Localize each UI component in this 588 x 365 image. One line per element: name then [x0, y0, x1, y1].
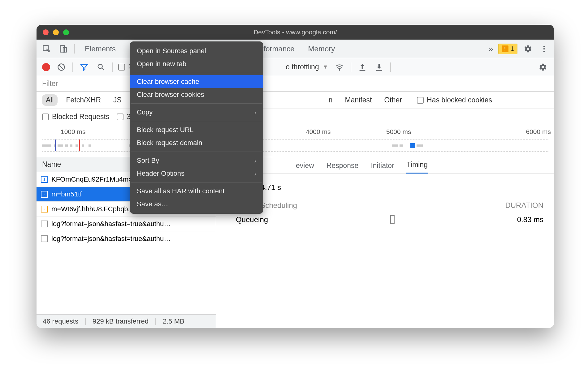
type-chip-n[interactable]: n: [325, 94, 336, 106]
clear-icon[interactable]: [56, 62, 67, 73]
window-titlebar: DevTools - www.google.com/: [37, 25, 554, 40]
file-icon: ◦: [41, 191, 48, 198]
timing-started-label: Started at 4.71 s: [227, 183, 543, 192]
blocked-row: Blocked Requests 3rd-: [37, 109, 554, 125]
window-close-button[interactable]: [43, 29, 49, 35]
svg-point-3: [543, 45, 545, 47]
chevron-down-icon: ▼: [323, 64, 328, 70]
checkbox-icon: [417, 97, 424, 104]
filter-input[interactable]: Filter: [42, 79, 58, 88]
network-toolbar: Pre o throttling ▼: [37, 58, 554, 76]
tab-elements[interactable]: Elements: [84, 42, 117, 56]
record-button[interactable]: [42, 63, 50, 71]
inspect-icon[interactable]: [41, 43, 52, 54]
type-filter-row: All Fetch/XHR JS CSS Im n Manifest Other…: [37, 92, 554, 109]
status-transferred: 929 kB transferred: [93, 317, 149, 325]
type-chip-manifest[interactable]: Manifest: [341, 94, 376, 106]
separator: [74, 44, 75, 54]
queueing-bar: [390, 215, 395, 224]
throttling-label: o throttling: [286, 63, 319, 71]
tab-memory[interactable]: Memory: [307, 42, 336, 56]
checkbox-icon: [117, 114, 123, 120]
svg-line-9: [102, 68, 104, 70]
kebab-menu-icon[interactable]: [538, 43, 550, 54]
menu-save-har[interactable]: Save all as HAR with content: [130, 185, 263, 198]
status-requests: 46 requests: [43, 317, 78, 325]
chevron-right-icon: ›: [254, 170, 256, 177]
filter-icon[interactable]: [79, 62, 90, 73]
menu-separator: [131, 121, 262, 121]
timeline-tick: 6000 ms: [526, 128, 551, 135]
queueing-value: 0.83 ms: [517, 215, 543, 224]
chevron-right-icon: ›: [254, 157, 256, 164]
settings-icon[interactable]: [522, 43, 534, 54]
main-tabbar: Elements Console Sources Network Perform…: [37, 40, 554, 58]
blocked-requests-label: Blocked Requests: [52, 113, 109, 121]
svg-rect-1: [60, 45, 65, 52]
search-icon[interactable]: [95, 62, 106, 73]
status-size: 2.5 MB: [163, 317, 184, 325]
detail-tab-timing[interactable]: Timing: [406, 157, 428, 174]
has-blocked-cookies-label: Has blocked cookies: [427, 96, 492, 104]
warning-icon: !: [502, 45, 508, 52]
type-chip-all[interactable]: All: [42, 94, 58, 106]
type-chip-js[interactable]: JS: [110, 94, 125, 106]
window-maximize-button[interactable]: [63, 29, 69, 35]
window-minimize-button[interactable]: [53, 29, 59, 35]
timeline-tick: 1000 ms: [61, 128, 86, 135]
request-name: KFOmCnqEu92Fr1Mu4mxK: [51, 175, 136, 183]
request-row[interactable]: log?format=json&hasfast=true&authu…: [37, 217, 216, 231]
menu-open-new-tab[interactable]: Open in new tab: [130, 58, 263, 71]
timeline-overview[interactable]: 1000 ms 4000 ms 5000 ms 6000 ms: [37, 125, 554, 157]
detail-tab-initiator[interactable]: Initiator: [370, 158, 395, 174]
timeline-tick: 4000 ms: [306, 128, 331, 135]
svg-line-7: [59, 65, 63, 69]
upload-icon[interactable]: [357, 62, 368, 73]
separator: [351, 62, 351, 72]
menu-separator: [131, 73, 262, 73]
type-chip-other[interactable]: Other: [380, 94, 406, 106]
separator: [72, 62, 73, 72]
menu-block-domain[interactable]: Block request domain: [130, 136, 263, 149]
more-tabs-icon[interactable]: »: [488, 44, 493, 54]
menu-save-as[interactable]: Save as…: [130, 198, 263, 211]
menu-clear-cookies[interactable]: Clear browser cookies: [130, 88, 263, 101]
svg-point-8: [98, 64, 102, 68]
file-icon: ◦: [41, 206, 48, 213]
queueing-label: Queueing: [236, 215, 268, 224]
menu-sort-by[interactable]: Sort By›: [130, 154, 263, 167]
request-name: log?format=json&hasfast=true&authu…: [51, 235, 171, 243]
svg-point-4: [543, 48, 545, 49]
detail-tab-preview[interactable]: eview: [295, 158, 315, 174]
menu-block-url[interactable]: Block request URL: [130, 123, 263, 136]
has-blocked-cookies-checkbox[interactable]: Has blocked cookies: [417, 96, 492, 104]
device-toggle-icon[interactable]: [58, 43, 69, 54]
issues-badge[interactable]: ! 1: [498, 44, 517, 54]
timeline-tick: 5000 ms: [386, 128, 411, 135]
filter-row: Filter: [37, 76, 554, 92]
menu-copy[interactable]: Copy›: [130, 106, 263, 119]
network-settings-icon[interactable]: [537, 62, 548, 73]
blocked-requests-checkbox[interactable]: Blocked Requests: [42, 113, 109, 121]
menu-header-options[interactable]: Header Options›: [130, 167, 263, 180]
menu-clear-cache[interactable]: Clear browser cache: [130, 75, 263, 88]
separator: [112, 62, 113, 72]
separator: [85, 318, 86, 325]
menu-separator: [131, 103, 262, 104]
detail-tabs: eview Response Initiator Timing: [216, 157, 554, 174]
badge-count: 1: [510, 45, 514, 53]
window-title: DevTools - www.google.com/: [253, 28, 337, 36]
wifi-icon[interactable]: [334, 62, 345, 73]
file-icon: ⬇: [41, 176, 48, 183]
menu-separator: [131, 152, 262, 152]
detail-tab-response[interactable]: Response: [326, 158, 359, 174]
svg-point-5: [543, 50, 545, 52]
type-chip-fetch[interactable]: Fetch/XHR: [63, 94, 105, 106]
context-menu: Open in Sources panel Open in new tab Cl…: [130, 41, 263, 214]
throttling-dropdown[interactable]: o throttling ▼: [286, 63, 328, 71]
menu-separator: [131, 182, 262, 182]
download-icon[interactable]: [374, 62, 385, 73]
file-icon: [41, 235, 48, 242]
menu-open-sources[interactable]: Open in Sources panel: [130, 45, 263, 58]
request-row[interactable]: log?format=json&hasfast=true&authu…: [37, 231, 216, 246]
